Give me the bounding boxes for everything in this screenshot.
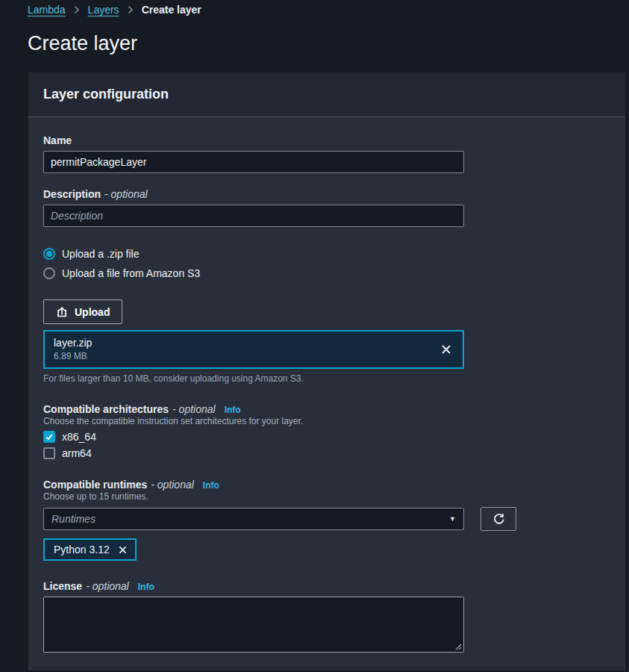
refresh-runtimes-button[interactable]	[481, 507, 516, 531]
license-info-link[interactable]: Info	[138, 582, 154, 592]
architectures-optional-label: - optional	[172, 403, 216, 415]
upload-zip-option-label[interactable]: Upload a .zip file	[62, 248, 140, 260]
license-label: License	[43, 580, 82, 592]
runtimes-description: Choose up to 15 runtimes.	[43, 491, 610, 502]
description-label: Description	[43, 188, 101, 200]
chevron-right-icon	[128, 5, 134, 14]
upload-s3-option-label[interactable]: Upload a file from Amazon S3	[62, 267, 200, 279]
description-field: Description - optional	[43, 188, 610, 227]
upload-button-label: Upload	[75, 306, 110, 318]
uploaded-file-info: layer.zip 6.89 MB	[54, 336, 92, 362]
page-title: Create layer	[28, 32, 629, 55]
architecture-x86-label[interactable]: x86_64	[62, 431, 96, 443]
license-textarea[interactable]	[43, 597, 464, 653]
refresh-icon	[492, 513, 505, 526]
name-field: Name	[43, 134, 610, 173]
checkbox-checked-icon[interactable]	[43, 431, 55, 443]
name-input[interactable]	[43, 151, 464, 173]
breadcrumb-layers[interactable]: Layers	[88, 4, 119, 16]
breadcrumb: Lambda Layers Create layer	[0, 0, 629, 16]
upload-s3-option[interactable]: Upload a file from Amazon S3	[43, 267, 610, 279]
breadcrumb-lambda[interactable]: Lambda	[28, 4, 66, 16]
runtimes-section: Compatible runtimes - optional Info Choo…	[43, 479, 610, 561]
close-icon	[440, 343, 452, 355]
upload-zip-option[interactable]: Upload a .zip file	[43, 248, 610, 260]
architectures-info-link[interactable]: Info	[225, 405, 241, 415]
checkbox-unchecked-icon[interactable]	[43, 447, 55, 459]
description-input[interactable]	[43, 205, 464, 227]
breadcrumb-current: Create layer	[142, 4, 201, 16]
uploaded-file-size: 6.89 MB	[54, 350, 92, 362]
architectures-label: Compatible architectures	[43, 403, 169, 415]
uploaded-file-token: layer.zip 6.89 MB	[43, 330, 464, 369]
radio-selected-icon[interactable]	[43, 248, 55, 260]
close-icon	[118, 545, 128, 555]
license-section: License - optional Info	[43, 580, 610, 655]
runtimes-select[interactable]: Runtimes ▼	[43, 508, 464, 530]
architectures-description: Choose the compatible instruction set ar…	[43, 416, 610, 426]
chevron-right-icon	[74, 5, 80, 14]
runtimes-select-placeholder: Runtimes	[51, 513, 96, 525]
remove-file-button[interactable]	[439, 342, 454, 357]
upload-method-radio-group: Upload a .zip file Upload a file from Am…	[43, 248, 610, 279]
architectures-section: Compatible architectures - optional Info…	[43, 403, 610, 459]
runtime-token-label: Python 3.12	[54, 544, 110, 556]
name-label: Name	[43, 134, 72, 146]
upload-button[interactable]: Upload	[43, 299, 122, 324]
license-optional-label: - optional	[86, 580, 129, 592]
runtimes-info-link[interactable]: Info	[203, 480, 219, 491]
architecture-arm64-label[interactable]: arm64	[62, 447, 92, 459]
chevron-down-icon: ▼	[449, 515, 456, 523]
runtime-token-python: Python 3.12	[43, 538, 137, 561]
architecture-option-arm64[interactable]: arm64	[43, 447, 610, 459]
architecture-option-x86[interactable]: x86_64	[43, 431, 610, 443]
runtimes-label: Compatible runtimes	[43, 479, 147, 491]
panel-title: Layer configuration	[28, 72, 625, 117]
uploaded-file-name: layer.zip	[54, 336, 92, 350]
runtimes-optional-label: - optional	[151, 479, 194, 491]
panel-body: Name Description - optional Upload a .zi…	[28, 117, 625, 671]
resize-handle-icon[interactable]	[454, 643, 462, 650]
radio-unselected-icon[interactable]	[43, 267, 55, 279]
file-size-hint: For files larger than 10 MB, consider up…	[43, 373, 610, 384]
upload-icon	[56, 306, 68, 318]
remove-runtime-button[interactable]	[118, 545, 128, 555]
description-optional-label: - optional	[104, 188, 148, 200]
layer-configuration-panel: Layer configuration Name Description - o…	[28, 72, 625, 671]
